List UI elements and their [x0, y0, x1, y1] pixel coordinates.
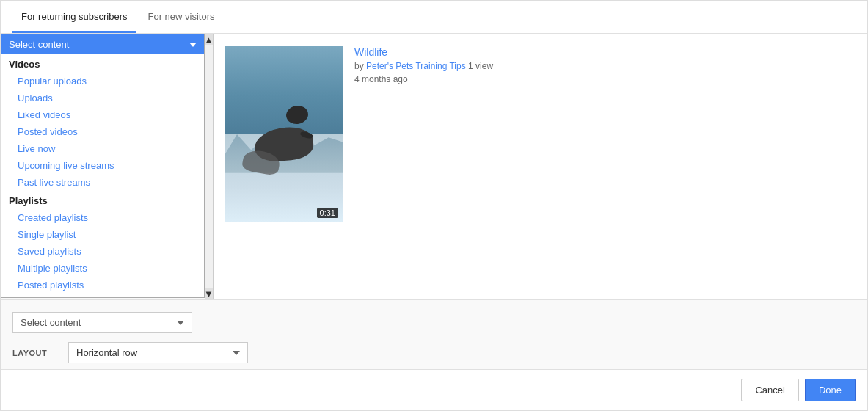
scroll-track	[205, 45, 213, 288]
scroll-down-arrow[interactable]: ▼	[205, 288, 213, 299]
layout-dropdown[interactable]: Horizontal row	[68, 342, 248, 363]
list-item-saved-playlists[interactable]: Saved playlists	[1, 243, 204, 260]
group-header-playlists: Playlists	[1, 191, 204, 209]
list-item-upcoming-live-streams[interactable]: Upcoming live streams	[1, 157, 204, 174]
video-views: 1 view	[468, 61, 493, 71]
list-item-uploads[interactable]: Uploads	[1, 90, 204, 106]
scroll-up-arrow[interactable]: ▲	[205, 34, 213, 45]
cancel-button[interactable]: Cancel	[741, 379, 798, 401]
list-item-past-live-streams[interactable]: Past live streams	[1, 174, 204, 191]
content-listbox[interactable]: Select content Videos Popular uploads Up…	[1, 34, 205, 298]
group-header-videos: Videos	[1, 54, 204, 73]
layout-dropdown-arrow-icon	[233, 351, 240, 355]
top-area: Select content Videos Popular uploads Up…	[1, 34, 867, 299]
list-item-popular-uploads[interactable]: Popular uploads	[1, 73, 204, 90]
list-item-posted-playlists[interactable]: Posted playlists	[1, 277, 204, 294]
select-content-dropdown[interactable]: Select content	[12, 312, 192, 333]
list-item-live-now[interactable]: Live now	[1, 140, 204, 157]
video-preview-panel: 0:31 Wildlife by Peter's Pets Training T…	[214, 34, 867, 299]
bottom-controls: Select content LAYOUT Horizontal row	[1, 299, 867, 369]
video-meta: by Peter's Pets Training Tips 1 view	[354, 61, 493, 71]
listbox-scrollbar[interactable]: ▲ ▼	[205, 34, 214, 299]
listbox-header-arrow-icon	[189, 43, 197, 47]
list-item-posted-videos[interactable]: Posted videos	[1, 123, 204, 140]
list-item-created-playlists[interactable]: Created playlists	[1, 209, 204, 226]
video-info: Wildlife by Peter's Pets Training Tips 1…	[354, 46, 493, 84]
action-bar: Cancel Done	[1, 369, 867, 410]
video-age: 4 months ago	[354, 74, 493, 84]
tab-new-visitors[interactable]: For new visitors	[139, 1, 224, 33]
video-duration-badge: 0:31	[317, 208, 338, 218]
group-header-channels: Channels	[1, 294, 204, 298]
select-content-row: Select content	[12, 312, 856, 333]
dialog-container: For returning subscribers For new visito…	[0, 0, 868, 411]
video-title[interactable]: Wildlife	[354, 46, 493, 58]
video-thumbnail: 0:31	[225, 46, 343, 222]
list-item-multiple-playlists[interactable]: Multiple playlists	[1, 260, 204, 277]
tab-returning-subscribers[interactable]: For returning subscribers	[12, 1, 136, 33]
content-body: Select content Videos Popular uploads Up…	[1, 34, 867, 369]
list-item-liked-videos[interactable]: Liked videos	[1, 106, 204, 123]
layout-row: LAYOUT Horizontal row	[12, 342, 856, 363]
video-channel-name[interactable]: Peter's Pets Training Tips	[366, 61, 466, 71]
listbox-wrapper: Select content Videos Popular uploads Up…	[1, 34, 214, 299]
thumbnail-image	[225, 46, 343, 222]
listbox-header: Select content	[1, 34, 204, 54]
done-button[interactable]: Done	[805, 379, 856, 401]
select-content-dropdown-arrow-icon	[177, 321, 184, 325]
list-item-single-playlist[interactable]: Single playlist	[1, 226, 204, 243]
tab-bar: For returning subscribers For new visito…	[1, 1, 867, 34]
layout-label: LAYOUT	[12, 349, 56, 357]
